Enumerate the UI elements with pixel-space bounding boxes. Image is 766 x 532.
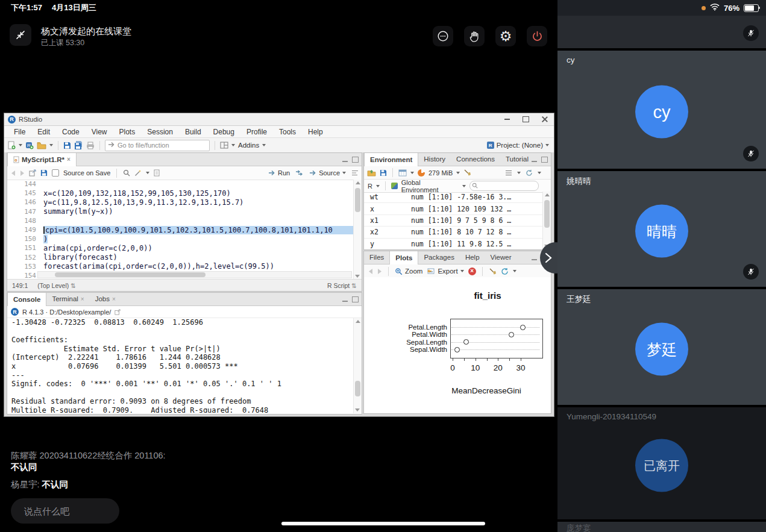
zoom-plot-button[interactable]: Zoom bbox=[395, 268, 422, 275]
console-output[interactable]: -1.30428 -0.72325 0.08813 0.60249 1.2569… bbox=[11, 318, 352, 413]
menu-plots[interactable]: Plots bbox=[113, 128, 142, 136]
menu-view[interactable]: View bbox=[86, 128, 113, 136]
menu-profile[interactable]: Profile bbox=[240, 128, 273, 136]
editor-horizontal-scrollbar[interactable] bbox=[37, 271, 352, 278]
forward-icon[interactable] bbox=[20, 171, 25, 176]
code-line[interactable]: 153forecast(arima(cpi,order=c(2,0,0)),h=… bbox=[7, 262, 353, 271]
tab-environment[interactable]: Environment bbox=[364, 153, 418, 166]
new-file-icon[interactable] bbox=[8, 141, 16, 149]
tab-packages[interactable]: Packages bbox=[418, 251, 460, 264]
file-type-selector[interactable]: R Script ⇅ bbox=[327, 282, 357, 289]
compile-report-icon[interactable] bbox=[154, 169, 160, 177]
back-icon[interactable] bbox=[11, 171, 16, 176]
popout-icon[interactable] bbox=[29, 169, 36, 177]
import-dataset-icon[interactable] bbox=[398, 169, 407, 177]
tab-help[interactable]: Help bbox=[460, 251, 485, 264]
code-line[interactable]: 151arima(cpi,order=c(2,0,0)) bbox=[7, 243, 353, 252]
participant-tile[interactable]: 王梦廷梦廷 bbox=[557, 289, 766, 405]
import-dropdown-icon[interactable] bbox=[410, 172, 414, 174]
code-line[interactable]: 149cpi=c(101.5,100.9,100.9,101.5,102.3,1… bbox=[7, 225, 353, 234]
leave-class-button[interactable] bbox=[527, 26, 547, 46]
open-file-icon[interactable] bbox=[37, 142, 46, 149]
open-file-dropdown-icon[interactable] bbox=[49, 144, 53, 146]
environment-variable[interactable]: ynum [1:10] 11 9.8 12.5 … bbox=[364, 239, 542, 249]
environment-variable[interactable]: x1num [1:10] 9 7 5 9 8 6 … bbox=[364, 215, 542, 227]
memory-dropdown-icon[interactable] bbox=[456, 172, 460, 174]
tab-connections[interactable]: Connections bbox=[451, 153, 500, 166]
code-line[interactable]: 145x=c(120,109,132,118,152,99,105,130,12… bbox=[7, 189, 353, 198]
menu-session[interactable]: Session bbox=[141, 128, 179, 136]
participant-tile[interactable]: 庞梦宴 bbox=[557, 522, 766, 532]
r-language-dropdown[interactable]: R bbox=[368, 183, 372, 190]
minimize-button[interactable] bbox=[498, 113, 516, 125]
view-dropdown-icon[interactable] bbox=[517, 172, 521, 174]
tab-plots[interactable]: Plots bbox=[389, 251, 418, 264]
chat-input[interactable] bbox=[11, 505, 110, 517]
tab-files[interactable]: Files bbox=[364, 251, 389, 264]
menu-edit[interactable]: Edit bbox=[31, 128, 56, 136]
search-icon[interactable] bbox=[123, 169, 130, 177]
scope-selector[interactable]: (Top Level) ⇅ bbox=[37, 282, 76, 289]
export-plot-button[interactable]: Export bbox=[427, 268, 463, 275]
clear-objects-broom-icon[interactable] bbox=[463, 169, 471, 177]
refresh-dropdown-icon[interactable] bbox=[538, 172, 541, 174]
menu-help[interactable]: Help bbox=[302, 128, 329, 136]
participant-tile[interactable] bbox=[557, 16, 766, 48]
collapse-window-button[interactable] bbox=[10, 24, 31, 46]
environment-search-input[interactable] bbox=[469, 181, 539, 191]
rerun-icon[interactable] bbox=[295, 170, 304, 176]
tab-viewer[interactable]: Viewer bbox=[485, 251, 517, 264]
close-button[interactable] bbox=[535, 113, 554, 125]
source-button[interactable]: Source bbox=[309, 169, 346, 177]
load-workspace-icon[interactable] bbox=[367, 169, 376, 177]
maximize-button[interactable] bbox=[516, 113, 535, 125]
run-button[interactable]: Run bbox=[268, 169, 290, 177]
environment-variable[interactable]: xnum [1:10] 120 109 132 … bbox=[364, 203, 542, 214]
code-lines[interactable]: 144145x=c(120,109,132,118,152,99,105,130… bbox=[7, 180, 353, 280]
new-project-icon[interactable]: R bbox=[25, 141, 34, 149]
source-on-save-checkbox[interactable] bbox=[52, 169, 59, 177]
console-vertical-scrollbar[interactable] bbox=[353, 318, 362, 413]
tab-history[interactable]: History bbox=[418, 153, 451, 166]
clear-plots-broom-icon[interactable] bbox=[489, 268, 497, 275]
code-line[interactable]: 148 bbox=[7, 216, 353, 225]
minimize-pane-icon[interactable] bbox=[342, 301, 348, 302]
next-plot-icon[interactable] bbox=[377, 269, 382, 274]
menu-file[interactable]: File bbox=[8, 128, 31, 136]
participant-tile[interactable]: cycy bbox=[557, 51, 766, 169]
participant-tile[interactable]: Yumengli-201934110549已离开 bbox=[557, 407, 766, 519]
refresh-icon[interactable] bbox=[526, 169, 533, 177]
close-tab-icon[interactable]: × bbox=[112, 296, 116, 302]
close-tab-icon[interactable]: × bbox=[81, 296, 84, 302]
new-file-dropdown-icon[interactable] bbox=[19, 144, 22, 146]
remove-plot-icon[interactable]: × bbox=[468, 268, 476, 275]
code-line[interactable]: 150) bbox=[7, 234, 353, 243]
project-selector[interactable]: R Project: (None) bbox=[487, 142, 549, 149]
menu-code[interactable]: Code bbox=[56, 128, 86, 136]
environment-variable[interactable]: x2num [1:10] 8 10 7 12 8 … bbox=[364, 227, 542, 238]
chat-input-pill[interactable] bbox=[11, 498, 119, 524]
code-line[interactable]: 146y=c(11,9.8,12.5,10,13,9.9,11.3,12.9,1… bbox=[7, 198, 353, 207]
workspace-panes-icon[interactable] bbox=[220, 142, 228, 149]
editor-vertical-scrollbar[interactable] bbox=[353, 180, 362, 280]
print-icon[interactable] bbox=[86, 142, 95, 149]
menu-debug[interactable]: Debug bbox=[207, 128, 240, 136]
minimize-pane-icon[interactable] bbox=[342, 161, 348, 162]
previous-plot-icon[interactable] bbox=[368, 269, 373, 274]
memory-usage-icon[interactable] bbox=[418, 169, 425, 177]
save-workspace-icon[interactable] bbox=[380, 169, 387, 177]
save-all-icon[interactable] bbox=[74, 141, 83, 149]
environment-variable[interactable]: wtnum [1:10] -7.58e-16 3.… bbox=[364, 192, 542, 203]
code-tools-dropdown-icon[interactable] bbox=[146, 172, 149, 174]
chat-button[interactable] bbox=[433, 26, 453, 46]
panes-dropdown-icon[interactable] bbox=[231, 144, 235, 146]
save-icon[interactable] bbox=[63, 142, 71, 149]
scope-caret-icon[interactable] bbox=[462, 185, 466, 187]
document-outline-icon[interactable] bbox=[351, 170, 359, 176]
scope-dropdown[interactable]: Global Environment bbox=[401, 179, 459, 193]
maximize-pane-icon[interactable] bbox=[352, 157, 359, 163]
participant-tile[interactable]: 姚晴晴晴晴 bbox=[557, 171, 766, 287]
code-line[interactable]: 144 bbox=[7, 180, 353, 189]
minimize-pane-icon[interactable] bbox=[532, 161, 537, 162]
addins-dropdown-icon[interactable] bbox=[262, 144, 266, 146]
